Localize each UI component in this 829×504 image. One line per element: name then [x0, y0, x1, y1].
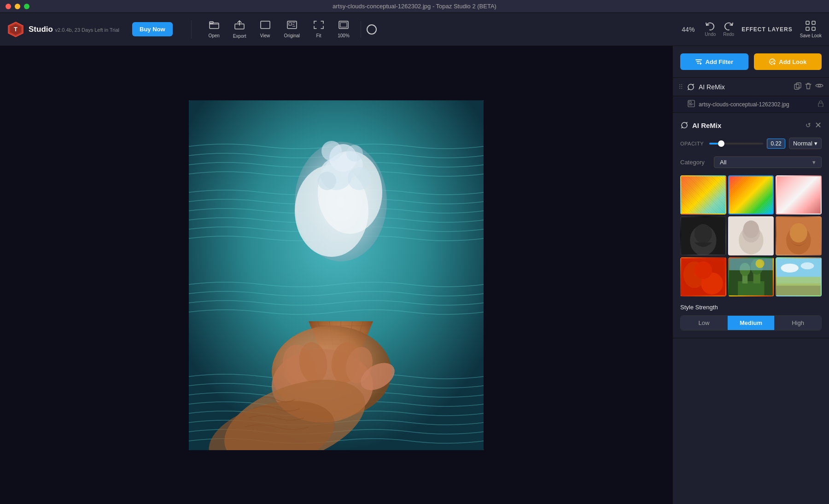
main-content: Add Filter Add Look ⠿ — [0, 46, 829, 504]
svg-rect-54 — [689, 101, 691, 103]
opacity-label: OPACITY — [680, 141, 706, 146]
add-look-button[interactable]: Add Look — [754, 53, 822, 70]
logo-area: T Studio v2.0.4b, 23 Days Left in Trial — [7, 21, 119, 38]
fit-tool-button[interactable]: Fit — [307, 18, 330, 41]
svg-rect-13 — [812, 27, 815, 30]
svg-point-66 — [790, 223, 807, 243]
svg-point-78 — [755, 259, 764, 268]
svg-rect-77 — [729, 258, 773, 270]
drag-handle-icon: ⠿ — [678, 83, 683, 91]
main-toolbar: T Studio v2.0.4b, 23 Days Left in Trial … — [0, 13, 829, 46]
style-thumb-2[interactable] — [728, 175, 774, 214]
export-icon — [234, 20, 245, 32]
svg-rect-3 — [210, 23, 219, 29]
svg-point-52 — [818, 85, 821, 87]
layer-delete-button[interactable] — [805, 82, 811, 91]
hundred-tool-button[interactable]: 100% — [332, 18, 355, 41]
layer-visibility-button[interactable] — [815, 82, 823, 91]
layer-name: AI ReMix — [699, 83, 790, 91]
svg-rect-10 — [806, 21, 809, 24]
remix-settings-panel: AI ReMix ↺ ✕ OPACITY 0.22 Normal ▾ — [673, 113, 829, 338]
original-tool-button[interactable]: Original — [279, 18, 305, 41]
undo-button[interactable]: Undo — [705, 22, 716, 37]
circle-tool-icon[interactable] — [367, 24, 377, 35]
open-icon — [209, 21, 219, 31]
style-thumb-1[interactable] — [680, 175, 726, 214]
category-value: All — [720, 159, 809, 166]
topaz-logo-icon: T — [7, 21, 24, 38]
svg-point-20 — [318, 172, 336, 190]
remix-reset-button[interactable]: ↺ — [806, 122, 811, 129]
close-button[interactable] — [6, 4, 11, 9]
remix-title: AI ReMix — [692, 122, 802, 129]
style-thumb-3[interactable] — [776, 175, 822, 214]
toolbar-separator — [191, 20, 192, 39]
zoom-level: 44% — [679, 26, 697, 33]
add-filter-button[interactable]: Add Filter — [680, 53, 748, 70]
tools-separator — [361, 21, 361, 38]
style-thumb-9[interactable] — [776, 257, 822, 296]
layer-duplicate-button[interactable] — [794, 82, 801, 91]
redo-label: Redo — [723, 32, 734, 37]
style-thumb-5[interactable] — [728, 216, 774, 255]
save-look-label: Save Look — [800, 33, 822, 38]
svg-rect-6 — [261, 21, 270, 29]
toolbar-tools: Open Export View — [203, 17, 672, 41]
style-thumb-4[interactable] — [680, 216, 726, 255]
export-tool-button[interactable]: Export — [228, 17, 252, 41]
add-filter-icon — [695, 58, 702, 65]
maximize-button[interactable] — [24, 4, 29, 9]
style-thumb-7[interactable] — [680, 257, 726, 296]
svg-point-63 — [743, 220, 759, 238]
svg-point-82 — [781, 264, 799, 272]
opacity-slider[interactable] — [709, 143, 763, 145]
original-label: Original — [284, 33, 300, 38]
strength-buttons: Low Medium High — [680, 315, 822, 330]
remix-icon — [680, 121, 689, 129]
add-look-icon — [769, 58, 776, 65]
redo-button[interactable]: Redo — [723, 22, 734, 37]
buy-now-button[interactable]: Buy Now — [132, 22, 173, 36]
remix-close-button[interactable]: ✕ — [815, 120, 822, 130]
canvas-area — [0, 46, 672, 504]
right-panel: Add Filter Add Look ⠿ — [672, 46, 829, 504]
undo-label: Undo — [705, 32, 716, 37]
window-title: artsy-clouds-conceptual-1262302.jpg - To… — [333, 3, 496, 10]
fit-icon — [314, 21, 324, 31]
category-row: Category All ▾ — [680, 156, 822, 168]
style-thumb-8[interactable] — [728, 257, 774, 296]
layer-actions — [794, 82, 823, 91]
style-grid — [680, 175, 822, 296]
remix-panel-header: AI ReMix ↺ ✕ — [680, 120, 822, 130]
remix-layer-icon — [687, 83, 695, 91]
ai-remix-layer[interactable]: ⠿ AI ReMix — [673, 78, 829, 96]
strength-label: Style Strength — [680, 304, 822, 311]
svg-point-21 — [348, 167, 371, 190]
svg-point-23 — [321, 141, 342, 161]
strength-medium-button[interactable]: Medium — [728, 316, 775, 330]
svg-point-70 — [695, 261, 712, 279]
version-label: v2.0.4b, 23 Days Left in Trial — [55, 27, 119, 33]
svg-rect-4 — [210, 22, 213, 23]
image-canvas — [189, 100, 484, 450]
style-thumb-6[interactable] — [776, 216, 822, 255]
strength-high-button[interactable]: High — [775, 316, 821, 330]
strength-section: Style Strength Low Medium High — [680, 304, 822, 330]
effect-layers-label: EFFECT LAYERS — [741, 26, 793, 33]
strength-low-button[interactable]: Low — [681, 316, 728, 330]
blend-mode-arrow-icon: ▾ — [814, 140, 817, 147]
svg-rect-9 — [340, 23, 347, 27]
save-look-button[interactable]: Save Look — [800, 20, 822, 38]
category-dropdown-arrow-icon: ▾ — [812, 159, 816, 166]
open-tool-button[interactable]: Open — [203, 18, 226, 41]
opacity-value[interactable]: 0.22 — [767, 139, 785, 149]
view-tool-button[interactable]: View — [254, 18, 277, 41]
blend-mode-select[interactable]: Normal ▾ — [789, 138, 822, 149]
file-name: artsy-clouds-conceptual-1262302.jpg — [699, 101, 814, 108]
original-icon — [287, 21, 297, 31]
opacity-thumb[interactable] — [718, 140, 724, 147]
export-label: Export — [233, 34, 246, 39]
minimize-button[interactable] — [15, 4, 20, 9]
svg-rect-55 — [818, 103, 823, 107]
category-select[interactable]: All ▾ — [714, 156, 822, 168]
